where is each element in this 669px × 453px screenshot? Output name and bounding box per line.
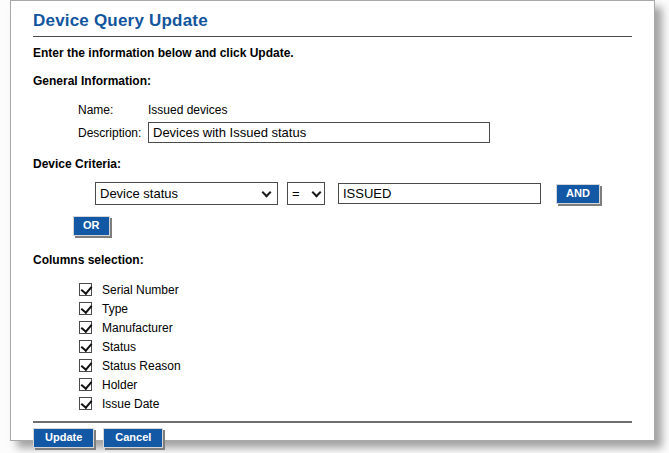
page-title: Device Query Update [33, 11, 632, 31]
description-label: Description: [78, 126, 148, 140]
actions-bar: Update Cancel [33, 428, 632, 448]
criteria-field-select[interactable]: Device status [95, 182, 278, 205]
and-button[interactable]: AND [556, 184, 600, 204]
columns-list: Serial NumberTypeManufacturerStatusStatu… [79, 280, 632, 413]
column-checkbox-status-reason[interactable] [79, 359, 92, 372]
column-label: Type [102, 302, 128, 316]
column-label: Manufacturer [102, 321, 173, 335]
columns-selection-heading: Columns selection: [33, 253, 632, 267]
column-checkbox-status[interactable] [79, 340, 92, 353]
criteria-value-input[interactable] [338, 183, 541, 204]
instruction-text: Enter the information below and click Up… [33, 46, 632, 60]
name-label: Name: [78, 103, 148, 117]
criteria-field-select-wrap: Device status [95, 182, 278, 205]
column-option-row: Manufacturer [79, 318, 632, 337]
name-row: Name: Issued devices [78, 102, 632, 118]
column-option-row: Serial Number [79, 280, 632, 299]
column-option-row: Holder [79, 375, 632, 394]
column-option-row: Issue Date [79, 394, 632, 413]
or-button[interactable]: OR [73, 216, 110, 236]
column-option-row: Status Reason [79, 356, 632, 375]
update-button[interactable]: Update [33, 428, 94, 448]
criteria-operator-select-wrap: = [287, 182, 325, 205]
general-information-heading: General Information: [33, 74, 632, 88]
column-label: Issue Date [102, 397, 159, 411]
title-divider [33, 36, 632, 37]
column-checkbox-serial-number[interactable] [79, 283, 92, 296]
column-option-row: Type [79, 299, 632, 318]
column-checkbox-issue-date[interactable] [79, 397, 92, 410]
actions-divider [33, 421, 632, 423]
description-input[interactable] [148, 122, 490, 143]
criteria-row: Device status = AND [95, 182, 632, 205]
column-option-row: Status [79, 337, 632, 356]
column-checkbox-holder[interactable] [79, 378, 92, 391]
column-checkbox-manufacturer[interactable] [79, 321, 92, 334]
column-label: Status [102, 340, 136, 354]
name-value: Issued devices [148, 103, 227, 117]
column-checkbox-type[interactable] [79, 302, 92, 315]
cancel-button[interactable]: Cancel [103, 428, 163, 448]
criteria-operator-select[interactable]: = [287, 182, 325, 205]
description-row: Description: [78, 122, 632, 143]
column-label: Serial Number [102, 283, 179, 297]
column-label: Holder [102, 378, 137, 392]
device-query-update-panel: Device Query Update Enter the informatio… [10, 0, 655, 441]
device-criteria-heading: Device Criteria: [33, 157, 632, 171]
column-label: Status Reason [102, 359, 181, 373]
